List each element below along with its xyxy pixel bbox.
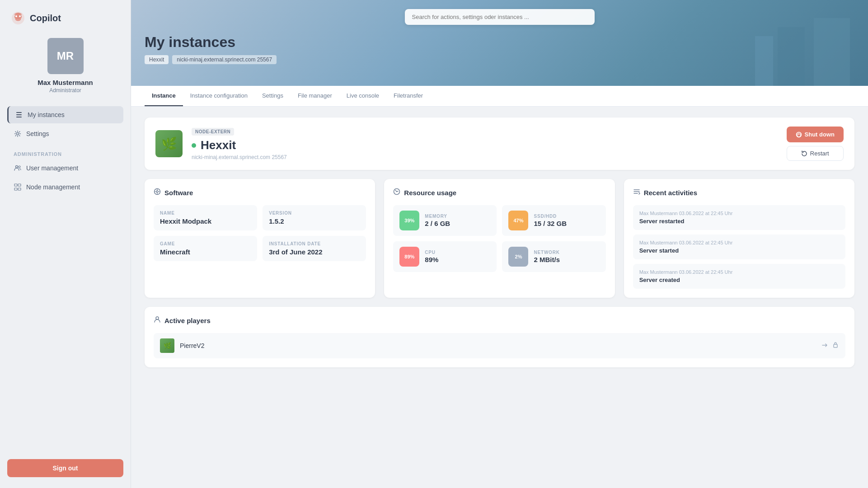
breadcrumb-hexxit: Hexxit <box>145 55 169 64</box>
sidebar-item-user-management[interactable]: User management <box>7 160 123 177</box>
svg-rect-4 <box>16 112 22 113</box>
shutdown-button[interactable]: Shut down <box>787 127 844 142</box>
svg-rect-5 <box>16 114 22 115</box>
tab-instance[interactable]: Instance <box>145 86 183 106</box>
svg-rect-11 <box>18 184 21 186</box>
tab-filetransfer[interactable]: Filetransfer <box>386 86 430 106</box>
nodes-icon <box>14 183 22 191</box>
activities-title: Recent activities <box>644 189 697 197</box>
svg-point-9 <box>19 166 20 168</box>
active-players-card: Active players 🌿 PierreV2 <box>145 307 854 367</box>
instance-address: nicki-minaj.external.sprinect.com 25567 <box>192 154 787 160</box>
memory-value: 2 / 6 GB <box>425 220 490 227</box>
software-field-game: GAME Minecraft <box>154 236 257 261</box>
memory-info: MEMORY 2 / 6 GB <box>425 214 490 227</box>
software-title: Software <box>164 189 193 197</box>
sidebar-item-settings[interactable]: Settings <box>7 125 123 142</box>
svg-point-19 <box>156 317 159 319</box>
resource-grid: 39% MEMORY 2 / 6 GB 47% SSD/HDD 15 / 32 … <box>393 205 605 272</box>
tab-instance-configuration[interactable]: Instance configuration <box>183 86 255 106</box>
player-ban-icon[interactable] <box>832 342 839 350</box>
memory-indicator: 39% <box>399 211 419 230</box>
activity-item-2: Max Mustermann 03.06.2022 at 22:45 Uhr S… <box>633 264 845 289</box>
user-role: Administrator <box>49 87 81 94</box>
instance-badge: NODE-EXTERN <box>192 128 234 136</box>
sign-out-button[interactable]: Sign out <box>7 459 123 477</box>
restart-label: Restart <box>810 150 829 157</box>
main-content: My instances Hexxit nicki-minaj.external… <box>131 0 868 488</box>
tab-settings[interactable]: Settings <box>255 86 291 106</box>
software-game-value: Minecraft <box>160 248 251 256</box>
network-value: 2 MBit/s <box>534 256 599 263</box>
ssd-value: 15 / 32 GB <box>534 220 599 227</box>
resource-network: 2% NETWORK 2 MBit/s <box>502 241 605 272</box>
cpu-indicator: 89% <box>399 247 419 267</box>
breadcrumbs: Hexxit nicki-minaj.external.sprinect.com… <box>145 55 854 64</box>
svg-rect-12 <box>14 188 17 190</box>
sidebar-item-my-instances-label: My instances <box>28 111 65 118</box>
memory-label: MEMORY <box>425 214 490 219</box>
tabs-bar: Instance Instance configuration Settings… <box>131 86 868 107</box>
resource-memory: 39% MEMORY 2 / 6 GB <box>393 205 497 236</box>
software-game-label: GAME <box>160 241 251 246</box>
activity-item-1: Max Mustermann 03.06.2022 at 22:45 Uhr S… <box>633 235 845 259</box>
software-icon <box>154 188 161 197</box>
sidebar-item-node-management[interactable]: Node management <box>7 178 123 196</box>
copilot-logo-icon <box>11 11 25 25</box>
tab-live-console[interactable]: Live console <box>339 86 386 106</box>
users-icon <box>14 164 22 172</box>
svg-point-7 <box>17 133 19 135</box>
user-name: Max Mustermann <box>38 79 93 86</box>
software-field-name: NAME Hexxit Modpack <box>154 205 257 230</box>
player-name-0: PierreV2 <box>180 342 816 349</box>
shutdown-label: Shut down <box>805 131 835 138</box>
network-indicator: 2% <box>508 247 528 267</box>
software-version-label: VERSION <box>269 211 360 216</box>
svg-point-8 <box>16 166 18 168</box>
tab-file-manager[interactable]: File manager <box>291 86 339 106</box>
resource-cpu: 89% CPU 89% <box>393 241 497 272</box>
power-icon <box>796 131 802 138</box>
software-field-version: VERSION 1.5.2 <box>263 205 366 230</box>
hero-content: My instances Hexxit nicki-minaj.external… <box>131 0 868 86</box>
player-item-0: 🌿 PierreV2 <box>154 333 845 358</box>
network-info: NETWORK 2 MBit/s <box>534 250 599 263</box>
user-profile: MR Max Mustermann Administrator <box>7 38 123 94</box>
active-players-label: Active players <box>164 317 211 324</box>
instance-info: NODE-EXTERN Hexxit nicki-minaj.external.… <box>192 127 787 160</box>
restart-button[interactable]: Restart <box>787 146 844 161</box>
instance-header-card: 🌿 NODE-EXTERN Hexxit nicki-minaj.externa… <box>145 117 854 170</box>
software-date-value: 3rd of June 2022 <box>269 248 360 256</box>
cpu-value: 89% <box>425 256 490 263</box>
sidebar-item-my-instances[interactable]: My instances <box>7 106 123 123</box>
activity-action-0: Server restarted <box>639 218 839 225</box>
resource-title: Resource usage <box>404 189 456 197</box>
resource-card-title: Resource usage <box>393 188 605 197</box>
ssd-info: SSD/HDD 15 / 32 GB <box>534 214 599 227</box>
software-card: Software NAME Hexxit Modpack VERSION 1.5… <box>145 179 375 298</box>
software-card-title: Software <box>154 188 366 197</box>
sidebar-item-settings-label: Settings <box>26 130 49 137</box>
activities-card-title: Recent activities <box>633 188 845 197</box>
player-actions-0 <box>821 342 839 350</box>
avatar: MR <box>47 38 84 74</box>
breadcrumb-address: nicki-minaj.external.sprinect.com 25567 <box>172 55 277 64</box>
software-name-label: NAME <box>160 211 251 216</box>
svg-rect-6 <box>16 117 22 117</box>
svg-rect-13 <box>18 188 21 190</box>
instance-name-text: Hexxit <box>201 138 236 152</box>
activity-action-1: Server started <box>639 247 839 254</box>
network-label: NETWORK <box>534 250 599 255</box>
search-container <box>145 9 854 25</box>
svg-rect-10 <box>14 184 17 186</box>
search-input[interactable] <box>405 9 595 25</box>
activity-meta-1: Max Mustermann 03.06.2022 at 22:45 Uhr <box>639 240 839 245</box>
cpu-info: CPU 89% <box>425 250 490 263</box>
activity-meta-0: Max Mustermann 03.06.2022 at 22:45 Uhr <box>639 211 839 216</box>
logo-text: Copilot <box>30 13 61 23</box>
instance-body: 🌿 NODE-EXTERN Hexxit nicki-minaj.externa… <box>131 107 868 488</box>
activity-meta-2: Max Mustermann 03.06.2022 at 22:45 Uhr <box>639 269 839 275</box>
activity-item-0: Max Mustermann 03.06.2022 at 22:45 Uhr S… <box>633 205 845 230</box>
page-title: My instances <box>145 34 854 51</box>
player-transfer-icon[interactable] <box>821 342 828 350</box>
